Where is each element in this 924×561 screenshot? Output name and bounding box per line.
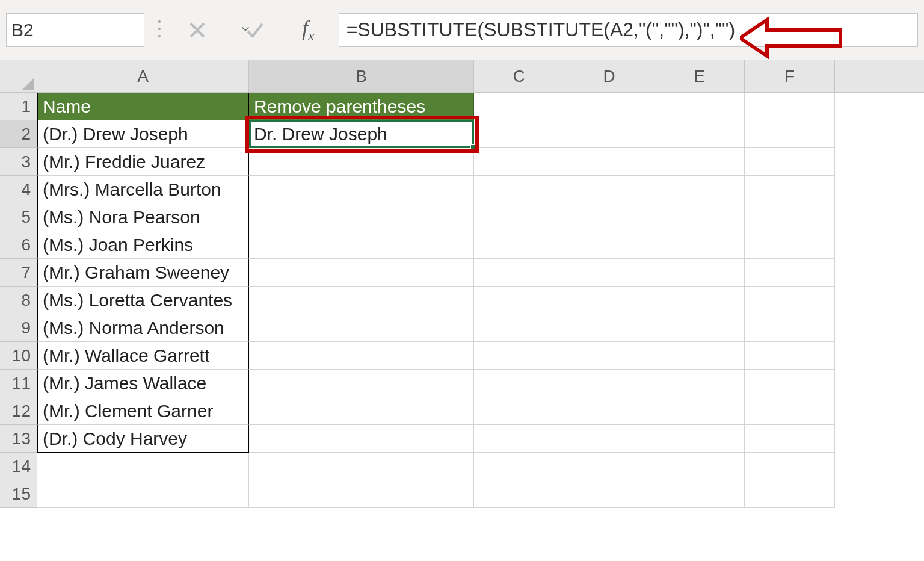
cell-F5[interactable] xyxy=(745,203,835,231)
column-header-D[interactable]: D xyxy=(564,60,654,92)
cell-C1[interactable] xyxy=(474,93,564,120)
cell-C3[interactable] xyxy=(474,148,564,176)
cell-F14[interactable] xyxy=(745,453,835,480)
cell-B9[interactable] xyxy=(249,314,474,342)
cell-E9[interactable] xyxy=(654,314,745,342)
cell-F3[interactable] xyxy=(745,148,835,176)
cell-C2[interactable] xyxy=(474,120,564,148)
cell-B3[interactable] xyxy=(249,148,474,176)
row-header-5[interactable]: 5 xyxy=(0,203,37,231)
cell-D8[interactable] xyxy=(564,287,654,314)
cell-A4[interactable]: (Mrs.) Marcella Burton xyxy=(37,176,249,203)
row-header-3[interactable]: 3 xyxy=(0,148,37,176)
cell-D12[interactable] xyxy=(564,397,654,425)
cell-F8[interactable] xyxy=(745,287,835,314)
column-header-B[interactable]: B xyxy=(249,60,474,92)
cell-F2[interactable] xyxy=(745,120,835,148)
cell-B6[interactable] xyxy=(249,231,474,259)
cell-E5[interactable] xyxy=(654,203,745,231)
cell-A6[interactable]: (Ms.) Joan Perkins xyxy=(37,231,249,259)
name-box-container[interactable] xyxy=(6,13,144,47)
cell-E14[interactable] xyxy=(654,453,745,480)
row-header-4[interactable]: 4 xyxy=(0,176,37,203)
cell-C15[interactable] xyxy=(474,480,564,508)
cell-D1[interactable] xyxy=(564,93,654,120)
cell-B4[interactable] xyxy=(249,176,474,203)
cell-D13[interactable] xyxy=(564,425,654,453)
cell-D9[interactable] xyxy=(564,314,654,342)
cell-D15[interactable] xyxy=(564,480,654,508)
cell-F1[interactable] xyxy=(745,93,835,120)
cell-C7[interactable] xyxy=(474,259,564,287)
cell-F6[interactable] xyxy=(745,231,835,259)
row-header-11[interactable]: 11 xyxy=(0,370,37,397)
cell-A8[interactable]: (Ms.) Loretta Cervantes xyxy=(37,287,249,314)
cell-D6[interactable] xyxy=(564,231,654,259)
cell-F4[interactable] xyxy=(745,176,835,203)
cell-B8[interactable] xyxy=(249,287,474,314)
cell-E8[interactable] xyxy=(654,287,745,314)
row-header-9[interactable]: 9 xyxy=(0,314,37,342)
cell-B1[interactable]: Remove parentheses xyxy=(249,93,474,120)
cell-E15[interactable] xyxy=(654,480,745,508)
cell-A9[interactable]: (Ms.) Norma Anderson xyxy=(37,314,249,342)
cell-D7[interactable] xyxy=(564,259,654,287)
cell-E6[interactable] xyxy=(654,231,745,259)
row-header-8[interactable]: 8 xyxy=(0,287,37,314)
row-header-1[interactable]: 1 xyxy=(0,93,37,120)
cell-A13[interactable]: (Dr.) Cody Harvey xyxy=(37,425,249,453)
select-all-corner[interactable] xyxy=(0,60,37,92)
cell-F11[interactable] xyxy=(745,370,835,397)
cell-F7[interactable] xyxy=(745,259,835,287)
cell-F15[interactable] xyxy=(745,480,835,508)
column-header-F[interactable]: F xyxy=(745,60,835,92)
cell-D5[interactable] xyxy=(564,203,654,231)
column-header-A[interactable]: A xyxy=(37,60,249,92)
cell-C6[interactable] xyxy=(474,231,564,259)
cancel-icon[interactable] xyxy=(186,19,208,41)
cell-A2[interactable]: (Dr.) Drew Joseph xyxy=(37,120,249,148)
row-header-14[interactable]: 14 xyxy=(0,453,37,480)
row-header-6[interactable]: 6 xyxy=(0,231,37,259)
cell-E11[interactable] xyxy=(654,370,745,397)
cell-E12[interactable] xyxy=(654,397,745,425)
cell-C13[interactable] xyxy=(474,425,564,453)
cell-D2[interactable] xyxy=(564,120,654,148)
cell-A1[interactable]: Name xyxy=(37,93,249,120)
fill-handle[interactable] xyxy=(470,144,476,150)
cell-C8[interactable] xyxy=(474,287,564,314)
cell-E13[interactable] xyxy=(654,425,745,453)
cell-C5[interactable] xyxy=(474,203,564,231)
cell-B2[interactable]: Dr. Drew Joseph xyxy=(249,120,474,148)
cell-E7[interactable] xyxy=(654,259,745,287)
cell-A14[interactable] xyxy=(37,453,249,480)
cell-A11[interactable]: (Mr.) James Wallace xyxy=(37,370,249,397)
cell-B10[interactable] xyxy=(249,342,474,370)
cell-A7[interactable]: (Mr.) Graham Sweeney xyxy=(37,259,249,287)
cell-D4[interactable] xyxy=(564,176,654,203)
cell-F10[interactable] xyxy=(745,342,835,370)
cell-E1[interactable] xyxy=(654,93,745,120)
cell-F13[interactable] xyxy=(745,425,835,453)
cell-B7[interactable] xyxy=(249,259,474,287)
cell-E3[interactable] xyxy=(654,148,745,176)
cell-B5[interactable] xyxy=(249,203,474,231)
cell-D14[interactable] xyxy=(564,453,654,480)
row-header-13[interactable]: 13 xyxy=(0,425,37,453)
cell-C10[interactable] xyxy=(474,342,564,370)
cell-F9[interactable] xyxy=(745,314,835,342)
cell-C4[interactable] xyxy=(474,176,564,203)
row-header-7[interactable]: 7 xyxy=(0,259,37,287)
enter-icon[interactable] xyxy=(244,19,266,41)
row-header-15[interactable]: 15 xyxy=(0,480,37,508)
cell-E2[interactable] xyxy=(654,120,745,148)
cell-D10[interactable] xyxy=(564,342,654,370)
cell-A12[interactable]: (Mr.) Clement Garner xyxy=(37,397,249,425)
formula-input-container[interactable]: =SUBSTITUTE(SUBSTITUTE(A2,"(",""),")",""… xyxy=(339,13,918,47)
cell-C9[interactable] xyxy=(474,314,564,342)
cell-B12[interactable] xyxy=(249,397,474,425)
row-header-10[interactable]: 10 xyxy=(0,342,37,370)
column-header-C[interactable]: C xyxy=(474,60,564,92)
cell-E10[interactable] xyxy=(654,342,745,370)
cell-D11[interactable] xyxy=(564,370,654,397)
